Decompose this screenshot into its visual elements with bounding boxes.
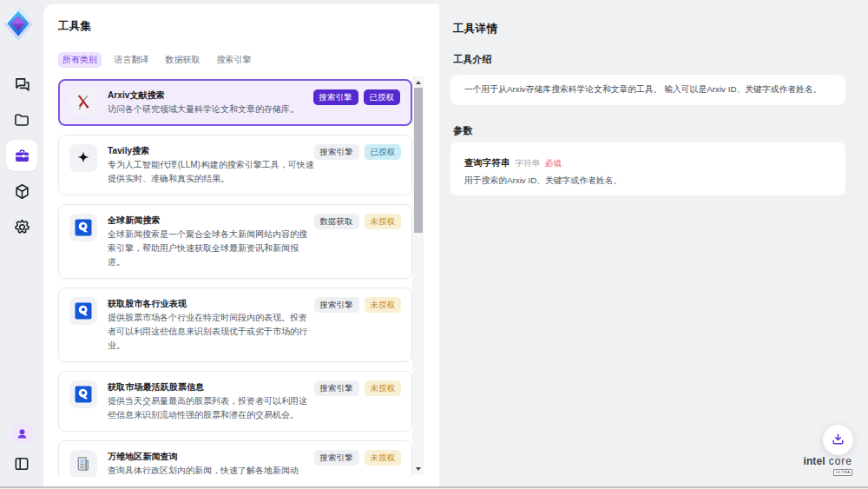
scrollbar-down-button[interactable] [412, 463, 424, 474]
tool-detail-pane: 工具详情 工具介绍 一个用于从Arxiv存储库搜索科学论文和文章的工具。 输入可… [439, 4, 868, 486]
tool-card-description: 提供当天交易量最高的股票列表，投资者可以利用这些信息来识别流动性强的股票和潜在的… [108, 394, 314, 422]
chat-icon [13, 76, 31, 94]
collapse-sidebar-button[interactable] [9, 451, 35, 477]
tool-card-title: Tavily搜索 [108, 144, 333, 157]
param-type: 字符串 [516, 156, 541, 169]
user-icon [16, 427, 29, 440]
user-avatar[interactable] [10, 422, 33, 445]
nav-settings-button[interactable] [6, 211, 37, 242]
tool-card[interactable]: Tavily搜索 专为人工智能代理 (LLM) 构建的搜索引擎工具，可快速提供实… [58, 135, 412, 195]
category-badge: 搜索引擎 [314, 297, 359, 313]
category-badge: 搜索引擎 [313, 89, 358, 105]
intel-core-logo: intel core ULTRA [757, 455, 861, 478]
sparkle-icon [75, 149, 92, 167]
scrollbar-thumb[interactable] [414, 88, 423, 233]
tool-card[interactable]: 全球新闻搜索 全球新闻搜索是一个聚合全球各大新闻网站内容的搜索引擎，帮助用户快速… [58, 204, 412, 279]
toolbox-icon [13, 147, 31, 165]
gear-icon [13, 218, 31, 236]
scrollbar-up-button[interactable] [412, 76, 424, 88]
auth-status-badge: 未授权 [365, 214, 402, 229]
page-title: 工具集 [58, 19, 91, 34]
tool-card[interactable]: 万维地区新闻查询 查询具体行政区划内的新闻，快速了解各地新闻动态。 搜索引擎 未… [58, 440, 412, 477]
sidebar-collapse-icon [13, 455, 30, 472]
arrow-up-icon [416, 81, 421, 84]
q-search-logo-icon [75, 302, 92, 320]
rail-nav [0, 64, 43, 247]
main-window: 工具集 所有类别语言翻译数据获取搜索引擎 [43, 4, 868, 486]
q-search-logo-icon [75, 219, 92, 236]
tool-card-title: 获取市场最活跃股票信息 [108, 380, 333, 393]
package-icon [13, 182, 31, 201]
params-heading: 参数 [453, 124, 472, 137]
nav-tools-button[interactable] [6, 140, 37, 171]
rail-bottom [0, 422, 43, 477]
param-desc: 用于搜索的Arxiv ID、关键字或作者姓名。 [464, 174, 832, 187]
param-required-badge: 必填 [545, 156, 562, 169]
list-scrollbar[interactable] [412, 76, 424, 474]
tool-cards-list: Arxiv文献搜索 访问各个研究领域大量科学论文和文章的存储库。 搜索引擎 已授… [58, 75, 412, 477]
tool-card-title: Arxiv文献搜索 [108, 89, 333, 102]
arxiv-icon [75, 94, 92, 111]
intel-brand-text: intel [803, 455, 825, 467]
q-search-logo-icon [75, 386, 92, 403]
tab-3[interactable]: 搜索引擎 [213, 52, 255, 68]
nav-chat-button[interactable] [6, 69, 37, 100]
arrow-down-icon [416, 467, 421, 471]
category-badge: 搜索引擎 [314, 144, 359, 160]
ultra-badge: ULTRA [833, 469, 852, 476]
tool-card-title: 万维地区新闻查询 [108, 450, 333, 463]
tool-card-description: 专为人工智能代理 (LLM) 构建的搜索引擎工具，可快速提供实时、准确和真实的结… [108, 158, 314, 186]
param-name: 查询字符串 [464, 156, 510, 169]
tab-0[interactable]: 所有类别 [58, 52, 102, 68]
download-icon [831, 432, 845, 449]
app-logo gem-logo-icon [3, 6, 33, 41]
folder-icon [13, 111, 30, 129]
tool-card-description: 查询具体行政区划内的新闻，快速了解各地新闻动态。 [108, 464, 314, 477]
tool-card-title: 全球新闻搜索 [108, 214, 333, 227]
param-box: 查询字符串 字符串 必填 用于搜索的Arxiv ID、关键字或作者姓名。 [450, 142, 845, 195]
nav-plugins-button[interactable] [6, 175, 37, 207]
intro-heading: 工具介绍 [453, 53, 492, 66]
auth-status-badge: 已授权 [365, 144, 402, 160]
tab-2[interactable]: 数据获取 [161, 52, 204, 68]
category-badge: 搜索引擎 [314, 450, 359, 466]
intro-text: 一个用于从Arxiv存储库搜索科学论文和文章的工具。 输入可以是Arxiv ID… [464, 84, 821, 96]
download-button[interactable] [823, 425, 853, 455]
category-tabs: 所有类别语言翻译数据获取搜索引擎 [58, 52, 255, 68]
auth-status-badge: 已授权 [364, 89, 401, 105]
tab-1[interactable]: 语言翻译 [110, 52, 153, 68]
newspaper-icon [75, 455, 92, 472]
tool-card-description: 全球新闻搜索是一个聚合全球各大新闻网站内容的搜索引擎，帮助用户快速获取全球最新资… [108, 228, 314, 269]
category-badge: 数据获取 [314, 214, 359, 229]
auth-status-badge: 未授权 [365, 297, 402, 313]
param-head: 查询字符串 字符串 必填 [464, 156, 832, 169]
core-brand-text: core [829, 455, 852, 467]
auth-status-badge: 未授权 [365, 380, 402, 396]
category-badge: 搜索引擎 [314, 380, 359, 396]
auth-status-badge: 未授权 [365, 450, 402, 466]
tool-card[interactable]: Arxiv文献搜索 访问各个研究领域大量科学论文和文章的存储库。 搜索引擎 已授… [58, 79, 412, 126]
tool-card-description: 提供股票市场各个行业在特定时间段内的表现。投资者可以利用这些信息来识别表现优于或… [108, 311, 314, 353]
detail-title: 工具详情 [453, 22, 497, 36]
tool-list-pane: 工具集 所有类别语言翻译数据获取搜索引擎 [43, 4, 439, 486]
tool-card-title: 获取股市各行业表现 [108, 297, 333, 310]
tool-card[interactable]: 获取市场最活跃股票信息 提供当天交易量最高的股票列表，投资者可以利用这些信息来识… [58, 371, 412, 432]
tool-card[interactable]: 获取股市各行业表现 提供股票市场各个行业在特定时间段内的表现。投资者可以利用这些… [58, 287, 412, 362]
left-rail [0, 0, 43, 486]
nav-files-button[interactable] [6, 104, 37, 135]
intro-box: 一个用于从Arxiv存储库搜索科学论文和文章的工具。 输入可以是Arxiv ID… [450, 75, 845, 105]
tool-card-description: 访问各个研究领域大量科学论文和文章的存储库。 [108, 102, 314, 116]
